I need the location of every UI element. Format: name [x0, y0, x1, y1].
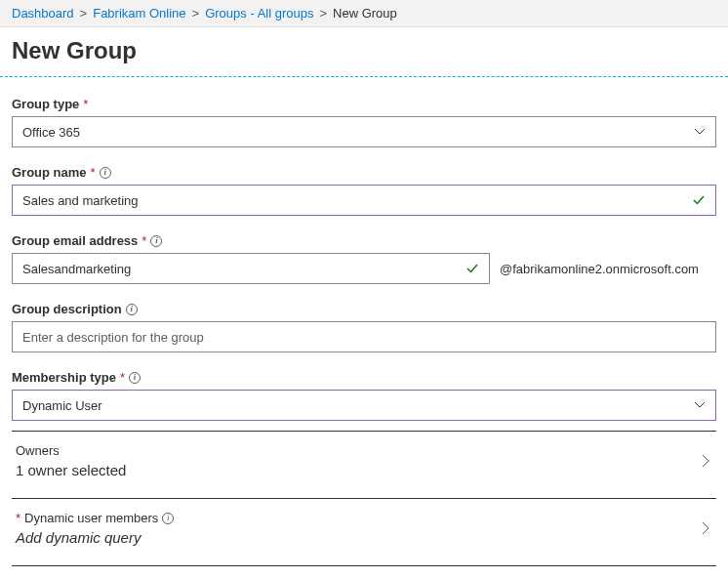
breadcrumb-groups[interactable]: Groups - All groups	[205, 6, 313, 21]
field-group-email: Group email address * i @fabrikamonline2…	[12, 233, 716, 284]
select-value: Dynamic User	[22, 398, 102, 413]
label-text: Group description	[12, 302, 122, 316]
page-title: New Group	[0, 27, 728, 76]
field-group-type: Group type * Office 365	[12, 97, 716, 147]
field-membership-type: Membership type * i Dynamic User	[12, 370, 716, 421]
input-group-email[interactable]	[22, 262, 465, 276]
checkmark-icon	[465, 262, 479, 275]
breadcrumb-current: New Group	[333, 6, 397, 21]
breadcrumb-tenant[interactable]: Fabrikam Online	[93, 6, 185, 21]
email-row: @fabrikamonline2.onmicrosoft.com	[12, 253, 716, 284]
info-icon[interactable]: i	[150, 235, 162, 247]
info-icon[interactable]: i	[129, 372, 141, 384]
chevron-right-icon	[699, 521, 712, 535]
required-indicator: *	[83, 97, 88, 111]
select-membership-type[interactable]: Dynamic User	[12, 390, 716, 421]
info-icon[interactable]: i	[100, 167, 111, 179]
new-group-form: Group type * Office 365 Group name * i G…	[0, 77, 728, 579]
required-indicator: *	[120, 370, 125, 385]
required-indicator: *	[16, 511, 20, 525]
nav-members-value: Add dynamic query	[16, 529, 174, 546]
required-indicator: *	[142, 233, 146, 248]
input-group-name-wrapper	[12, 185, 716, 216]
label-text: Group email address	[12, 233, 138, 248]
nav-members-title-text: Dynamic user members	[24, 511, 158, 525]
input-group-description[interactable]	[22, 330, 706, 345]
input-group-description-wrapper	[12, 321, 716, 352]
label-text: Membership type	[12, 370, 116, 385]
field-group-name: Group name * i	[12, 165, 716, 216]
label-group-email: Group email address * i	[12, 233, 716, 248]
label-text: Group name	[12, 165, 87, 180]
nav-owners-value: 1 owner selected	[16, 462, 126, 478]
label-group-description: Group description i	[12, 302, 716, 316]
info-icon[interactable]: i	[162, 513, 174, 524]
required-indicator: *	[91, 165, 96, 180]
breadcrumb-separator: >	[319, 6, 327, 21]
input-group-name[interactable]	[22, 193, 692, 208]
input-group-email-wrapper	[12, 253, 490, 284]
label-group-name: Group name * i	[12, 165, 716, 180]
chevron-right-icon	[699, 454, 712, 468]
label-group-type: Group type *	[12, 97, 716, 111]
breadcrumb-separator: >	[192, 6, 200, 21]
breadcrumb-separator: >	[80, 6, 88, 21]
select-group-type[interactable]: Office 365	[12, 116, 716, 147]
chevron-down-icon	[694, 126, 706, 138]
chevron-down-icon	[694, 399, 706, 411]
label-membership-type: Membership type * i	[12, 370, 716, 385]
breadcrumb: Dashboard > Fabrikam Online > Groups - A…	[0, 0, 728, 27]
nav-members-title: *Dynamic user members i	[16, 511, 174, 525]
field-group-description: Group description i	[12, 302, 716, 352]
nav-owners[interactable]: Owners 1 owner selected	[12, 432, 716, 490]
nav-owners-title: Owners	[16, 443, 126, 458]
checkmark-icon	[692, 193, 706, 207]
info-icon[interactable]: i	[126, 304, 138, 315]
select-value: Office 365	[22, 125, 80, 140]
label-text: Group type	[12, 97, 79, 111]
email-domain: @fabrikamonline2.onmicrosoft.com	[500, 262, 699, 276]
nav-dynamic-members[interactable]: *Dynamic user members i Add dynamic quer…	[12, 499, 716, 558]
breadcrumb-dashboard[interactable]: Dashboard	[12, 6, 74, 21]
